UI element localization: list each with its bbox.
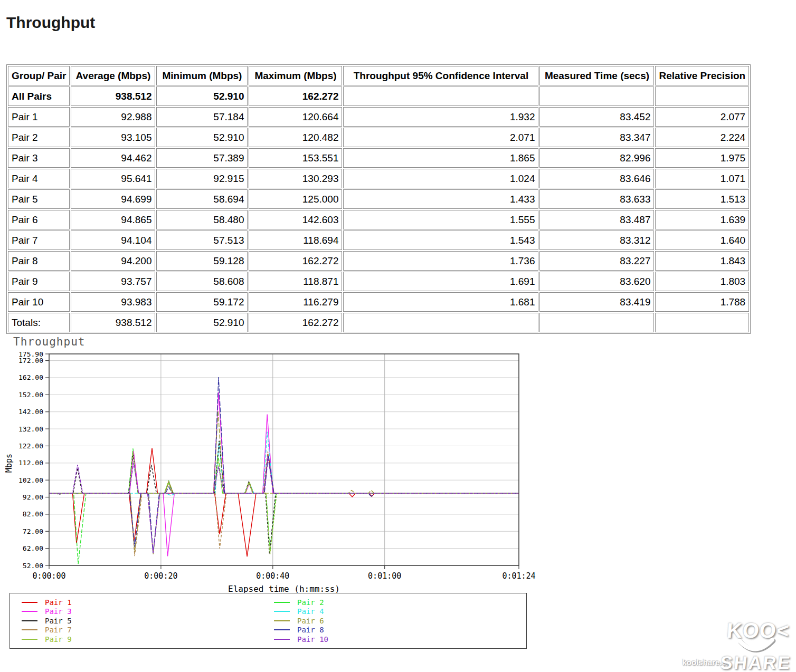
- row-label: Pair 1: [8, 107, 70, 127]
- legend-line-swatch: [22, 620, 37, 621]
- series-pair-7: [49, 452, 519, 556]
- table-cell: 94.865: [71, 210, 155, 229]
- table-header-row: Group/ PairAverage (Mbps)Minimum (Mbps)M…: [8, 66, 749, 85]
- table-cell: 125.000: [249, 189, 342, 209]
- svg-text:72.00: 72.00: [23, 527, 43, 535]
- series-pair-1: [49, 448, 519, 556]
- table-cell: 93.983: [71, 292, 155, 312]
- table-header-cell: Measured Time (secs): [539, 66, 654, 85]
- row-label: All Pairs: [8, 87, 70, 106]
- legend-label: Pair 8: [297, 626, 324, 634]
- table-cell: 83.452: [539, 107, 654, 127]
- table-cell: 93.757: [71, 272, 155, 291]
- legend-label: Pair 7: [45, 626, 72, 634]
- table-header-cell: Maximum (Mbps): [249, 66, 342, 85]
- table-cell: 94.462: [71, 148, 155, 168]
- table-cell: 83.487: [539, 210, 654, 229]
- legend-item: Pair 10: [274, 635, 526, 644]
- table-row: All Pairs938.51252.910162.272: [8, 87, 749, 106]
- legend-line-swatch: [22, 629, 37, 630]
- legend-item: Pair 4: [274, 607, 526, 617]
- table-cell: 162.272: [249, 313, 342, 332]
- series-pair-3: [49, 392, 519, 556]
- table-cell: [343, 87, 538, 106]
- chart-legend: Pair 1Pair 2Pair 3Pair 4Pair 5Pair 6Pair…: [10, 593, 527, 649]
- table-cell: 1.975: [655, 148, 749, 168]
- table-cell: 95.641: [71, 169, 155, 188]
- svg-text:102.00: 102.00: [18, 476, 43, 484]
- page-title: Throughput: [6, 14, 95, 32]
- table-cell: [655, 87, 749, 106]
- row-label: Pair 6: [8, 210, 70, 229]
- series-pair-2: [49, 448, 519, 564]
- table-cell: 1.024: [343, 169, 538, 188]
- table-cell: 59.172: [156, 292, 248, 312]
- svg-text:0:00:00: 0:00:00: [32, 571, 65, 581]
- table-header-cell: Average (Mbps): [71, 66, 155, 85]
- table-row: Pair 394.46257.389153.5511.86582.9961.97…: [8, 148, 749, 168]
- legend-item: Pair 7: [22, 626, 274, 635]
- table-row: Pair 993.75758.608118.8711.69183.6201.80…: [8, 272, 749, 291]
- throughput-chart: Throughput 175.90172.00162.00152.00142.0…: [0, 332, 538, 596]
- table-cell: 162.272: [249, 251, 342, 271]
- table-cell: 57.389: [156, 148, 248, 168]
- legend-label: Pair 9: [45, 635, 72, 644]
- table-cell: 1.736: [343, 251, 538, 271]
- svg-text:112.00: 112.00: [18, 459, 43, 467]
- table-cell: 94.104: [71, 231, 155, 250]
- table-cell: 52.910: [156, 87, 248, 106]
- table-cell: 57.184: [156, 107, 248, 127]
- table-cell: 94.699: [71, 189, 155, 209]
- table-cell: 118.871: [249, 272, 342, 291]
- table-cell: 83.620: [539, 272, 654, 291]
- table-cell: 83.312: [539, 231, 654, 250]
- table-row: Pair 1093.98359.172116.2791.68183.4191.7…: [8, 292, 749, 312]
- legend-line-swatch: [274, 620, 290, 621]
- table-cell: 130.293: [249, 169, 342, 188]
- series-pair-8: [49, 377, 519, 553]
- table-cell: 1.691: [343, 272, 538, 291]
- legend-line-swatch: [22, 611, 37, 612]
- svg-text:0:00:40: 0:00:40: [256, 571, 289, 581]
- row-label: Pair 9: [8, 272, 70, 291]
- legend-item: Pair 6: [274, 616, 526, 626]
- chart-grid: [49, 354, 519, 565]
- series-pair-4: [49, 432, 519, 496]
- legend-label: Pair 6: [297, 617, 324, 625]
- svg-text:92.00: 92.00: [23, 493, 43, 501]
- row-label: Pair 3: [8, 148, 70, 168]
- legend-item: Pair 1: [22, 598, 274, 607]
- table-cell: 162.272: [249, 87, 342, 106]
- table-row: Pair 594.69958.694125.0001.43383.6331.51…: [8, 189, 749, 209]
- table-cell: 52.910: [156, 313, 248, 332]
- legend-line-swatch: [274, 611, 290, 612]
- throughput-table: Group/ PairAverage (Mbps)Minimum (Mbps)M…: [6, 64, 751, 334]
- table-header-cell: Group/ Pair: [8, 66, 70, 85]
- table-cell: 93.105: [71, 128, 155, 147]
- series-pair-10: [49, 456, 519, 553]
- svg-text:152.00: 152.00: [18, 391, 43, 399]
- y-axis-label: Mbps: [4, 454, 14, 473]
- row-label: Pair 4: [8, 169, 70, 188]
- legend-label: Pair 1: [45, 598, 72, 607]
- svg-text:0:01:00: 0:01:00: [368, 571, 401, 581]
- table-cell: 1.639: [655, 210, 749, 229]
- row-label: Pair 2: [8, 128, 70, 147]
- table-cell: 120.664: [249, 107, 342, 127]
- table-cell: 1.681: [343, 292, 538, 312]
- table-cell: [539, 87, 654, 106]
- svg-text:132.00: 132.00: [18, 425, 43, 433]
- table-cell: 1.640: [655, 231, 749, 250]
- table-cell: 92.915: [156, 169, 248, 188]
- table-row: Totals:938.51252.910162.272: [8, 313, 749, 332]
- legend-line-swatch: [274, 629, 290, 630]
- legend-label: Pair 3: [45, 607, 72, 616]
- table-cell: 1.803: [655, 272, 749, 291]
- legend-item: Pair 2: [274, 598, 526, 607]
- legend-label: Pair 10: [297, 635, 328, 644]
- table-cell: 1.843: [655, 251, 749, 271]
- table-cell: 52.910: [156, 128, 248, 147]
- table-cell: [539, 313, 654, 332]
- table-cell: 57.513: [156, 231, 248, 250]
- table-cell: 116.279: [249, 292, 342, 312]
